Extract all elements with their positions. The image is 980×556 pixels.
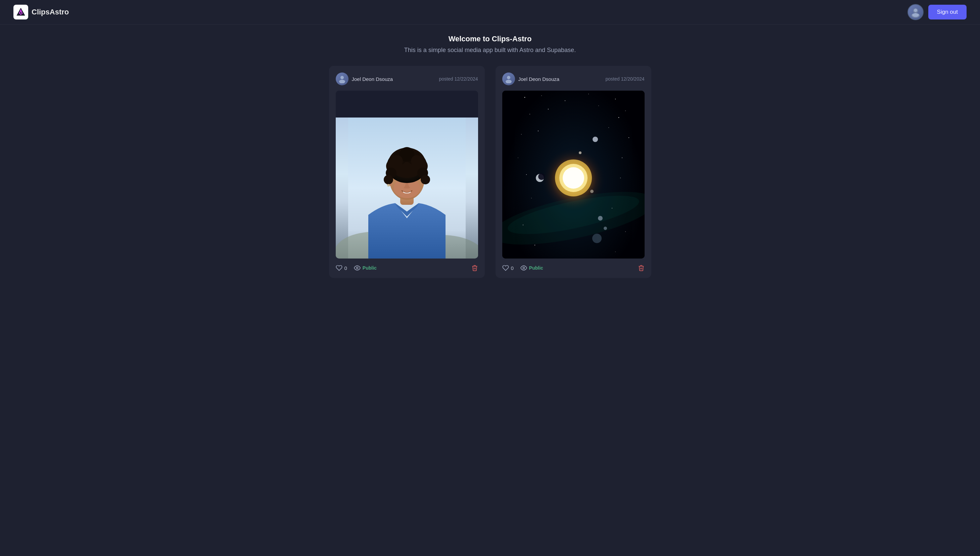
svg-point-62 — [625, 231, 626, 232]
user-icon — [910, 6, 921, 18]
svg-point-59 — [531, 198, 531, 198]
heart-icon-2 — [502, 265, 509, 271]
post-card-2: Joel Deon Dsouza posted 12/20/2024 — [496, 66, 651, 278]
svg-point-1 — [20, 13, 21, 15]
trash-icon-2 — [638, 265, 644, 271]
svg-point-56 — [622, 157, 622, 158]
header-right: Sign out — [907, 4, 967, 20]
svg-point-47 — [530, 114, 530, 115]
portrait-svg — [336, 118, 478, 259]
post-image-top-bar — [336, 91, 478, 118]
svg-point-50 — [618, 117, 619, 118]
post-image-1 — [336, 91, 478, 259]
trash-icon-1 — [471, 265, 478, 271]
app-name: ClipsAstro — [32, 8, 69, 16]
svg-point-34 — [387, 184, 390, 187]
post-image-2 — [502, 91, 644, 259]
svg-point-35 — [356, 267, 358, 269]
eye-icon-2 — [520, 265, 527, 271]
svg-point-8 — [341, 76, 344, 79]
svg-point-46 — [625, 110, 626, 111]
svg-point-9 — [339, 80, 345, 84]
post-date-1: posted 12/22/2024 — [439, 76, 478, 82]
like-count-1: 0 — [344, 265, 347, 271]
post-card-1: Joel Deon Dsouza posted 12/22/2024 — [329, 66, 485, 278]
author-name-2: Joel Deon Dsouza — [518, 76, 560, 82]
post-author-2: Joel Deon Dsouza — [502, 73, 560, 85]
logo-box — [13, 5, 28, 19]
svg-point-41 — [524, 97, 525, 98]
logo-icon — [16, 7, 26, 17]
visibility-badge-2: Public — [529, 265, 543, 271]
svg-point-55 — [518, 157, 518, 158]
like-action-1[interactable]: 0 — [336, 265, 347, 271]
app-header: ClipsAstro Sign out — [0, 0, 980, 24]
svg-point-7 — [912, 13, 919, 17]
svg-point-42 — [541, 95, 542, 96]
svg-point-69 — [593, 137, 598, 142]
svg-point-45 — [615, 99, 615, 99]
svg-point-36 — [507, 76, 510, 79]
space-svg — [502, 91, 644, 259]
svg-point-53 — [608, 127, 609, 128]
post-avatar-2 — [502, 73, 515, 85]
post-footer-1: 0 Public — [336, 260, 478, 271]
svg-point-76 — [592, 234, 602, 243]
logo-area: ClipsAstro — [13, 5, 69, 19]
post-header-1: Joel Deon Dsouza posted 12/22/2024 — [336, 73, 478, 85]
view-action-1[interactable]: Public — [354, 265, 377, 271]
svg-point-61 — [523, 225, 523, 225]
svg-point-75 — [604, 226, 607, 230]
welcome-subtitle: This is a simple social media app built … — [13, 47, 967, 54]
author-name-1: Joel Deon Dsouza — [352, 76, 393, 82]
post-header-2: Joel Deon Dsouza posted 12/20/2024 — [502, 73, 644, 85]
svg-point-71 — [538, 173, 545, 180]
view-action-2[interactable]: Public — [520, 265, 543, 271]
svg-point-33 — [421, 175, 430, 184]
svg-point-29 — [411, 155, 423, 167]
svg-point-57 — [526, 174, 527, 175]
eye-icon-1 — [354, 265, 360, 271]
svg-point-43 — [565, 100, 565, 101]
main-content: Welcome to Clips-Astro This is a simple … — [0, 24, 980, 288]
svg-point-52 — [538, 131, 539, 131]
welcome-title: Welcome to Clips-Astro — [13, 35, 967, 43]
post-author-1: Joel Deon Dsouza — [336, 73, 393, 85]
post-portrait-image — [336, 118, 478, 259]
svg-point-54 — [628, 137, 629, 138]
post-avatar-1 — [336, 73, 349, 85]
like-count-2: 0 — [511, 265, 513, 271]
welcome-section: Welcome to Clips-Astro This is a simple … — [13, 35, 967, 54]
svg-point-28 — [391, 155, 403, 167]
user-avatar-icon-2 — [504, 74, 513, 83]
svg-point-74 — [598, 216, 603, 221]
post-space-image — [502, 91, 644, 259]
heart-icon-1 — [336, 265, 342, 271]
svg-point-60 — [612, 208, 612, 208]
sign-out-button[interactable]: Sign out — [928, 5, 967, 19]
user-avatar-icon-1 — [338, 74, 347, 83]
svg-point-77 — [523, 267, 525, 269]
post-footer-2: 0 Public — [502, 260, 644, 271]
svg-point-6 — [914, 9, 917, 12]
delete-action-2[interactable] — [638, 265, 644, 271]
svg-point-48 — [548, 109, 549, 110]
svg-point-49 — [598, 105, 599, 106]
svg-point-63 — [534, 245, 535, 246]
svg-point-68 — [563, 167, 584, 189]
svg-point-73 — [590, 190, 594, 193]
user-avatar — [907, 4, 923, 20]
visibility-badge-1: Public — [363, 265, 377, 271]
delete-action-1[interactable] — [471, 265, 478, 271]
svg-point-58 — [620, 178, 621, 178]
svg-point-44 — [588, 94, 589, 94]
svg-point-51 — [521, 134, 522, 135]
svg-point-37 — [505, 80, 512, 84]
svg-point-32 — [384, 175, 393, 184]
post-date-2: posted 12/20/2024 — [605, 76, 644, 82]
svg-point-72 — [579, 152, 581, 154]
like-action-2[interactable]: 0 — [502, 265, 513, 271]
posts-grid: Joel Deon Dsouza posted 12/22/2024 — [329, 66, 651, 278]
